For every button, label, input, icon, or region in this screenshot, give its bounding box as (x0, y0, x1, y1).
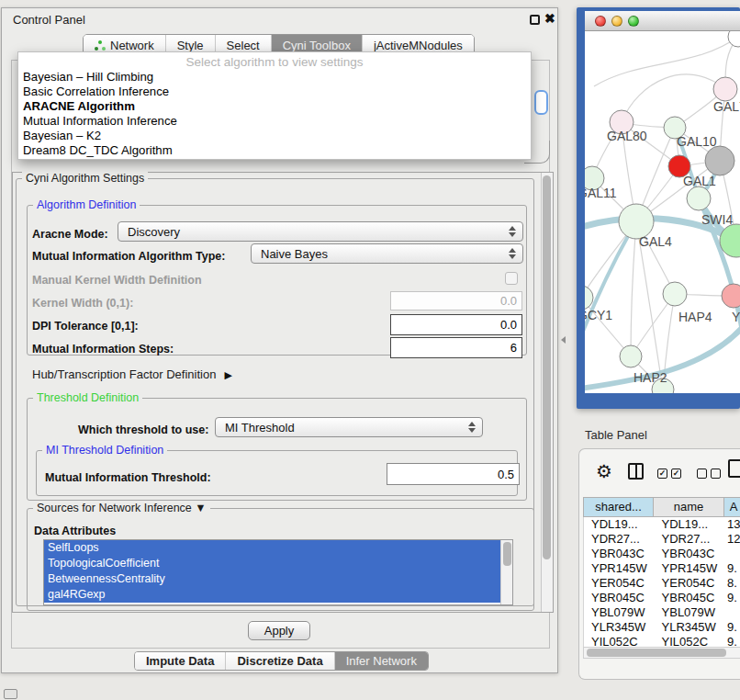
table-cell: YIL052C (655, 635, 725, 647)
network-window-titlebar[interactable] (585, 11, 740, 31)
threshold-definition-title: Threshold Definition (33, 391, 142, 404)
aracne-mode-select[interactable]: Discovery (118, 221, 523, 242)
table-cell: 9. (724, 561, 740, 576)
zoom-button[interactable] (628, 16, 639, 27)
split-columns-icon[interactable] (628, 463, 644, 480)
node-label-gal1: GAL1 (683, 174, 716, 188)
which-threshold-select[interactable]: MI Threshold (215, 417, 483, 437)
collapse-arrow-icon: ▼ (195, 502, 206, 514)
attribute-item-gal4rgexp[interactable]: gal4RGexp (44, 587, 500, 603)
network-node-swi4[interactable] (687, 186, 711, 210)
spinner-arrows-icon (509, 248, 516, 259)
which-threshold-value: MI Threshold (225, 421, 295, 435)
table-cell: YDL19... (584, 517, 655, 532)
algorithm-option-dream8-dc-tdc-algorithm[interactable]: Dream8 DC_TDC Algorithm (18, 143, 531, 158)
horizontal-scrollbar-thumb[interactable] (587, 649, 726, 657)
bottom-tab-impute-data[interactable]: Impute Data (135, 652, 225, 670)
hub-definition-label: Hub/Transcription Factor Definition (32, 367, 216, 381)
close-icon[interactable]: ✖ (544, 11, 555, 26)
table-row[interactable]: YLR345WYLR345W9. (584, 620, 740, 635)
checked-checkbox-icon[interactable]: ✓ (657, 469, 667, 479)
algorithm-option-bayesian-k2[interactable]: Bayesian – K2 (18, 129, 531, 143)
node-table: shared...nameA YDL19...YDL19...13YDR27..… (583, 497, 740, 647)
close-button[interactable] (595, 16, 606, 27)
apply-button[interactable]: Apply (248, 621, 310, 640)
table-cell: YER054C (584, 576, 655, 591)
table-row[interactable]: YIL052CYIL052C9. (584, 635, 740, 647)
attribute-item-betweennesscentrality[interactable]: BetweennessCentrality (44, 571, 500, 587)
column-header-shared[interactable]: shared... (583, 497, 654, 517)
table-row[interactable]: YDR27...YDR27...12 (584, 532, 740, 547)
table-cell (724, 605, 740, 620)
aracne-mode-label: Aracne Mode: (32, 228, 108, 241)
expand-arrow-icon: ▶ (224, 369, 231, 380)
vertical-scrollbar-thumb[interactable] (543, 175, 551, 559)
network-node-gal7[interactable] (713, 77, 737, 101)
network-node[interactable] (705, 146, 734, 175)
mi-steps-field[interactable] (390, 337, 522, 358)
bottom-tab-discretize-data[interactable]: Discretize Data (225, 652, 333, 670)
spinner-arrows-icon (468, 422, 476, 433)
network-canvas[interactable]: GAL7GAL80GAL10GAL1GAL11SWI4GAL4GCY1HAP4Y… (585, 31, 740, 393)
sources-title-text: Sources for Network Inference (37, 502, 192, 514)
split-pane-collapse-handle[interactable] (561, 336, 566, 344)
hub-definition-expander[interactable]: Hub/Transcription Factor Definition▶ (32, 367, 232, 381)
table-cell: YBL079W (584, 605, 655, 620)
horizontal-scrollbar[interactable] (583, 647, 740, 659)
table-row[interactable]: YBL079WYBL079W (584, 605, 740, 620)
network-view-window: GAL7GAL80GAL10GAL1GAL11SWI4GAL4GCY1HAP4Y… (577, 7, 740, 409)
table-cell: YIL052C (584, 635, 655, 647)
data-attributes-label: Data Attributes (34, 525, 116, 537)
kernel-width-label: Kernel Width (0,1): (32, 297, 133, 310)
network-node-y[interactable] (722, 284, 740, 308)
list-scrollbar-thumb[interactable] (503, 542, 511, 566)
gear-icon[interactable]: ⚙ (596, 461, 612, 481)
cyni-settings-title: Cyni Algorithm Settings (22, 172, 148, 185)
spinner-arrows-icon (509, 226, 516, 237)
attribute-item-topologicalcoefficient[interactable]: TopologicalCoefficient (44, 556, 500, 571)
table-row[interactable]: YDL19...YDL19...13 (584, 517, 740, 532)
attribute-item-selfloops[interactable]: SelfLoops (44, 540, 500, 556)
table-cell: 9. (724, 591, 740, 605)
table-row[interactable]: YPR145WYPR145W9. (584, 561, 740, 576)
table-cell: 8. (724, 576, 740, 591)
network-icon (95, 40, 106, 51)
network-node-hap4[interactable] (663, 282, 687, 306)
unchecked-checkbox-icon[interactable] (711, 469, 721, 479)
table-row[interactable]: YBR043CYBR043C (584, 547, 740, 561)
algorithm-list: Bayesian – Hill ClimbingBasic Correlatio… (18, 70, 531, 158)
algorithm-option-mutual-information-inference[interactable]: Mutual Information Inference (18, 114, 531, 129)
table-row[interactable]: YER054CYER054C8. (584, 576, 740, 591)
bottom-tab-infer-network[interactable]: Infer Network (334, 652, 428, 670)
mi-type-select[interactable]: Naive Bayes (251, 243, 523, 264)
checked-checkbox-icon[interactable]: ✓ (671, 469, 681, 479)
node-label-gal11: GAL11 (585, 186, 617, 200)
dpi-tolerance-field[interactable] (390, 314, 522, 335)
table-cell: YER054C (655, 576, 725, 591)
table-row[interactable]: YBR045CYBR045C9. (584, 591, 740, 605)
kernel-width-field[interactable] (390, 291, 522, 310)
column-header-name[interactable]: name (654, 497, 724, 517)
network-node-hap2[interactable] (620, 345, 642, 367)
algorithm-option-aracne-algorithm[interactable]: ARACNE Algorithm (18, 99, 531, 114)
table-cell: 9. (724, 635, 740, 647)
algorithm-option-basic-correlation-inference[interactable]: Basic Correlation Inference (18, 85, 531, 99)
bottom-left-icon (4, 689, 17, 699)
mi-threshold-field[interactable] (387, 463, 520, 485)
minimize-button[interactable] (611, 16, 622, 27)
table-cell: YBR045C (584, 591, 655, 605)
node-label-gal80: GAL80 (607, 129, 647, 143)
table-cell: YBR043C (655, 547, 725, 561)
column-header-a[interactable]: A (724, 497, 740, 517)
table-cell (724, 547, 740, 561)
algorithm-option-bayesian-hill-climbing[interactable]: Bayesian – Hill Climbing (18, 70, 531, 85)
list-scrollbar[interactable] (500, 540, 512, 604)
table-cell: YLR345W (655, 620, 725, 635)
manual-kernel-checkbox[interactable] (505, 272, 518, 285)
sources-group-title[interactable]: Sources for Network Inference ▼ (33, 502, 210, 514)
document-icon[interactable] (728, 459, 740, 478)
obscured-ui-fragment (534, 90, 548, 115)
network-node[interactable] (728, 31, 740, 47)
unchecked-checkbox-icon[interactable] (697, 469, 707, 479)
float-window-icon[interactable] (530, 15, 540, 25)
